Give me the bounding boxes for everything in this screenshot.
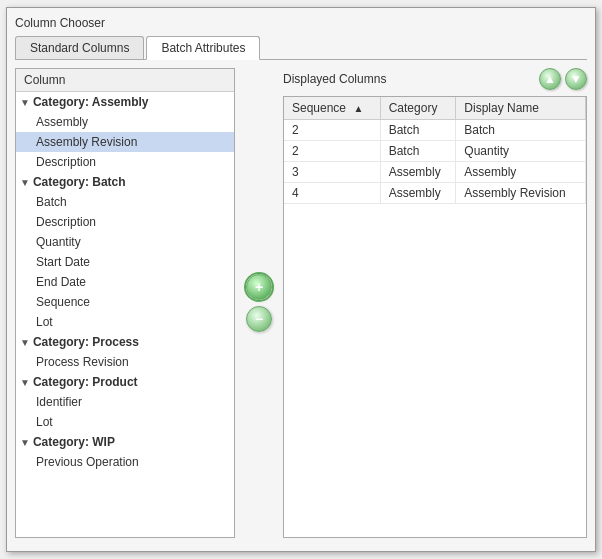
item-process-revision[interactable]: Process Revision: [16, 352, 234, 372]
item-description-assembly[interactable]: Description: [16, 152, 234, 172]
cell-category: Batch: [380, 141, 456, 162]
cell-sequence: 4: [284, 183, 380, 204]
item-description-batch[interactable]: Description: [16, 212, 234, 232]
move-down-button[interactable]: ▼: [565, 68, 587, 90]
arrow-batch: ▼: [20, 177, 30, 188]
add-column-button[interactable]: +: [246, 274, 272, 300]
item-lot-batch[interactable]: Lot: [16, 312, 234, 332]
displayed-columns-table: Sequence ▲ Category Display Name: [283, 96, 587, 538]
item-end-date[interactable]: End Date: [16, 272, 234, 292]
cell-sequence: 2: [284, 141, 380, 162]
right-column-panel: Displayed Columns ▲ ▼ Sequence ▲: [283, 68, 587, 538]
category-batch[interactable]: ▼ Category: Batch: [16, 172, 234, 192]
table-row[interactable]: 4 Assembly Assembly Revision: [284, 183, 586, 204]
item-previous-operation[interactable]: Previous Operation: [16, 452, 234, 472]
category-process[interactable]: ▼ Category: Process: [16, 332, 234, 352]
table-row[interactable]: 3 Assembly Assembly: [284, 162, 586, 183]
item-identifier[interactable]: Identifier: [16, 392, 234, 412]
col-header-sequence[interactable]: Sequence ▲: [284, 97, 380, 120]
remove-column-button[interactable]: −: [246, 306, 272, 332]
middle-buttons: + −: [243, 68, 275, 538]
item-quantity[interactable]: Quantity: [16, 232, 234, 252]
column-chooser-dialog: Column Chooser Standard Columns Batch At…: [6, 7, 596, 552]
sort-buttons: ▲ ▼: [539, 68, 587, 90]
item-start-date[interactable]: Start Date: [16, 252, 234, 272]
right-panel-title-row: Displayed Columns ▲ ▼: [283, 68, 587, 90]
item-assembly[interactable]: Assembly: [16, 112, 234, 132]
tab-bar: Standard Columns Batch Attributes: [15, 36, 587, 60]
content-area: Column ▼ Category: Assembly Assembly Ass…: [15, 68, 587, 538]
cell-sequence: 3: [284, 162, 380, 183]
cell-display-name: Assembly: [456, 162, 586, 183]
col-header-category: Category: [380, 97, 456, 120]
cell-display-name: Assembly Revision: [456, 183, 586, 204]
tab-batch-attributes[interactable]: Batch Attributes: [146, 36, 260, 60]
displayed-columns-title: Displayed Columns: [283, 72, 386, 86]
column-tree-list[interactable]: ▼ Category: Assembly Assembly Assembly R…: [16, 92, 234, 537]
sort-arrow-sequence: ▲: [353, 103, 363, 114]
category-product[interactable]: ▼ Category: Product: [16, 372, 234, 392]
category-wip[interactable]: ▼ Category: WIP: [16, 432, 234, 452]
cell-category: Assembly: [380, 183, 456, 204]
item-sequence[interactable]: Sequence: [16, 292, 234, 312]
arrow-process: ▼: [20, 337, 30, 348]
col-header-display-name: Display Name: [456, 97, 586, 120]
cell-display-name: Quantity: [456, 141, 586, 162]
arrow-assembly: ▼: [20, 97, 30, 108]
tab-standard[interactable]: Standard Columns: [15, 36, 144, 59]
cell-category: Batch: [380, 120, 456, 141]
arrow-product: ▼: [20, 377, 30, 388]
arrow-wip: ▼: [20, 437, 30, 448]
item-batch[interactable]: Batch: [16, 192, 234, 212]
table-row[interactable]: 2 Batch Quantity: [284, 141, 586, 162]
table-row[interactable]: 2 Batch Batch: [284, 120, 586, 141]
category-assembly[interactable]: ▼ Category: Assembly: [16, 92, 234, 112]
left-column-panel: Column ▼ Category: Assembly Assembly Ass…: [15, 68, 235, 538]
cell-category: Assembly: [380, 162, 456, 183]
item-assembly-revision[interactable]: Assembly Revision: [16, 132, 234, 152]
column-panel-header: Column: [16, 69, 234, 92]
item-lot-product[interactable]: Lot: [16, 412, 234, 432]
dialog-title: Column Chooser: [15, 16, 587, 30]
cell-display-name: Batch: [456, 120, 586, 141]
cell-sequence: 2: [284, 120, 380, 141]
move-up-button[interactable]: ▲: [539, 68, 561, 90]
